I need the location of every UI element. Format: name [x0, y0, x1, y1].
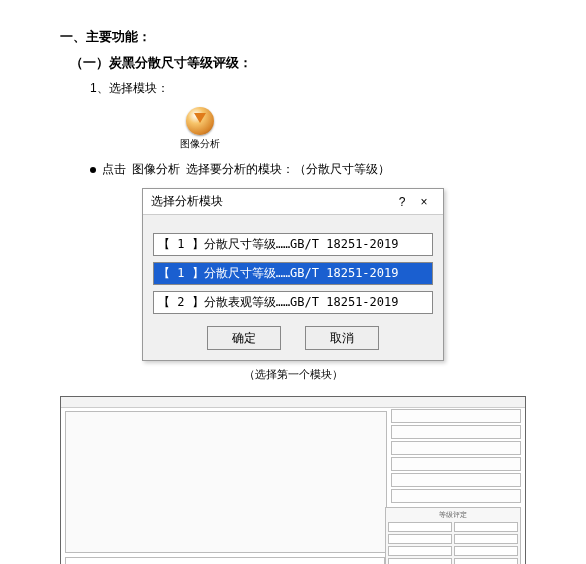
dialog-title: 选择分析模块	[151, 193, 223, 210]
module-option-1[interactable]: 【 1 】分散尺寸等级……GB/T 18251-2019	[153, 262, 433, 285]
field[interactable]	[391, 473, 521, 487]
help-button[interactable]: ?	[391, 195, 413, 209]
mainui-titlebar	[61, 397, 525, 408]
chip[interactable]	[388, 558, 452, 564]
text-suffix: 选择要分析的模块：（分散尺寸等级）	[186, 161, 390, 178]
chip[interactable]	[454, 534, 518, 544]
main-ui-screenshot: 等级评定	[60, 396, 526, 564]
module-option-2[interactable]: 【 2 】分散表观等级……GB/T 18251-2019	[153, 291, 433, 314]
mainui-canvas	[65, 411, 387, 553]
dialog-titlebar: 选择分析模块 ? ×	[143, 189, 443, 215]
cancel-button[interactable]: 取消	[305, 326, 379, 350]
text-prefix: 点击	[102, 161, 126, 178]
module-select-dialog: 选择分析模块 ? × 【 1 】分散尺寸等级……GB/T 18251-2019 …	[142, 188, 444, 361]
instruction-line: 点击 图像分析 选择要分析的模块：（分散尺寸等级）	[90, 161, 526, 178]
field[interactable]	[391, 441, 521, 455]
text-icon-ref: 图像分析	[132, 161, 180, 178]
strip	[65, 557, 385, 564]
chip[interactable]	[454, 522, 518, 532]
field[interactable]	[391, 409, 521, 423]
analysis-icon-label: 图像分析	[180, 137, 220, 151]
field[interactable]	[391, 457, 521, 471]
chip[interactable]	[454, 546, 518, 556]
ok-button[interactable]: 确定	[207, 326, 281, 350]
chip[interactable]	[388, 522, 452, 532]
toolbar-icon-example: 图像分析	[180, 107, 220, 151]
chip[interactable]	[388, 534, 452, 544]
chip[interactable]	[388, 546, 452, 556]
panel-title: 等级评定	[388, 510, 518, 520]
heading-sub: （一）炭黑分散尺寸等级评级：	[70, 54, 526, 72]
analysis-icon	[186, 107, 214, 135]
mainui-bottom-strips	[65, 557, 385, 564]
step-1: 1、选择模块：	[90, 80, 526, 97]
field[interactable]	[391, 489, 521, 503]
bullet-icon	[90, 167, 96, 173]
caption-dialog: （选择第一个模块）	[60, 367, 526, 382]
mainui-grade-panel: 等级评定	[385, 507, 521, 564]
close-button[interactable]: ×	[413, 195, 435, 209]
mainui-right-fields	[391, 409, 521, 503]
chip[interactable]	[454, 558, 518, 564]
heading-main: 一、主要功能：	[60, 28, 526, 46]
current-module-display: 【 1 】分散尺寸等级……GB/T 18251-2019	[153, 233, 433, 256]
field[interactable]	[391, 425, 521, 439]
